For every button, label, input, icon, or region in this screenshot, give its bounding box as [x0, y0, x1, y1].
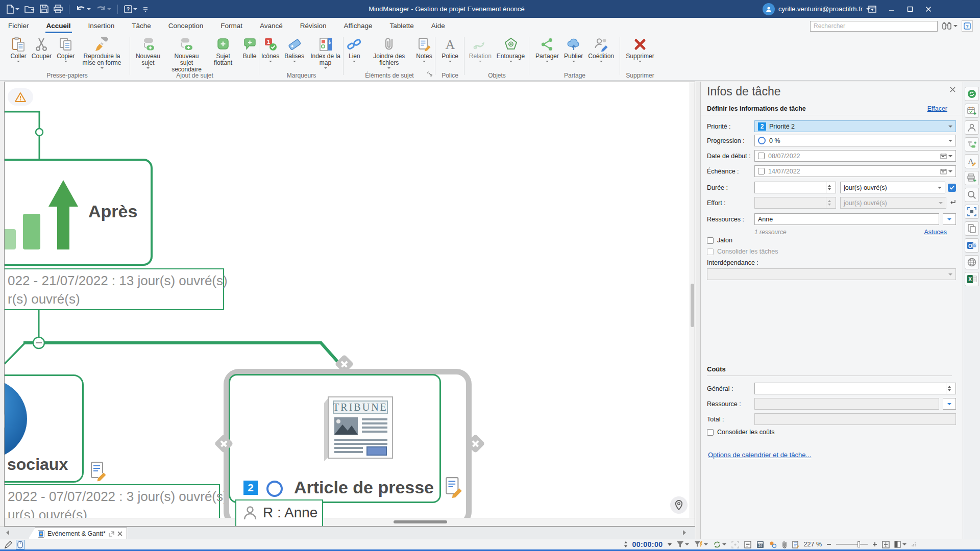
timer-menu-icon[interactable] — [668, 543, 672, 546]
start-date-field[interactable]: 08/07/2022 — [754, 150, 956, 162]
rollup-costs-row[interactable]: Consolider les coûts — [707, 429, 775, 436]
horizontal-scrollbar[interactable] — [5, 518, 695, 526]
pen-mode-icon[interactable] — [4, 541, 13, 549]
location-button[interactable] — [670, 496, 688, 514]
topic-reseaux-sociaux[interactable]: in sociaux — [4, 374, 84, 483]
due-date-field[interactable]: 14/07/2022 — [754, 165, 956, 177]
outlook-icon[interactable]: O — [965, 238, 979, 253]
excel-export-icon[interactable]: X — [965, 272, 979, 286]
calendar-picker-icon[interactable] — [940, 168, 952, 174]
tab-fichier[interactable]: Fichier — [7, 19, 30, 33]
cost-resource-dropdown-button[interactable] — [943, 398, 956, 410]
close-button[interactable] — [925, 6, 932, 12]
zoom-slider-thumb[interactable] — [857, 541, 860, 547]
tab-insertion[interactable]: Insertion — [87, 19, 116, 33]
zoom-slider[interactable] — [836, 544, 868, 545]
dialog-launcher-icon[interactable] — [427, 69, 432, 79]
marker-view-icon[interactable] — [769, 541, 777, 548]
scroll-tabs-left-icon[interactable] — [6, 530, 9, 535]
calendar-picker-icon[interactable] — [940, 153, 952, 159]
ribbon-button-coedition[interactable]: Coédition — [586, 36, 616, 63]
tab-affichage[interactable]: Affichage — [343, 19, 374, 33]
ribbon-button-icones[interactable]: 1Icônes — [259, 36, 281, 63]
mouse-mode-icon[interactable] — [16, 540, 24, 549]
notes-indicator-icon[interactable] — [445, 477, 462, 500]
web-export-icon[interactable] — [965, 255, 979, 269]
filter-icon[interactable] — [676, 541, 689, 548]
warning-badge[interactable] — [8, 88, 33, 106]
date-checkbox[interactable] — [758, 153, 765, 159]
calendar-options-link[interactable]: Options de calendrier et de tâche... — [708, 451, 811, 459]
find-button[interactable] — [942, 21, 958, 31]
ribbon-button-entourage[interactable]: Entourage — [495, 36, 527, 63]
horizontal-scrollbar-thumb[interactable] — [394, 520, 447, 523]
cost-general-input[interactable] — [754, 383, 956, 394]
ribbon-button-joindre-des-fichiers[interactable]: Joindre des fichiers — [365, 36, 413, 69]
document-tab[interactable]: Evénement & Gantt* — [28, 528, 127, 539]
ribbon-button-bulle[interactable]: Bulle — [240, 36, 259, 60]
customize-toolbar-button[interactable] — [141, 5, 150, 14]
tab-format[interactable]: Format — [219, 19, 243, 33]
dependency-select[interactable] — [707, 268, 956, 280]
power-filter-icon[interactable] — [694, 541, 708, 548]
ribbon-button-coller[interactable]: Coller — [8, 36, 28, 63]
ribbon-button-copier[interactable]: Copier — [55, 36, 77, 63]
duration-unit-select[interactable]: jour(s) ouvré(s) — [840, 182, 945, 193]
redo-button[interactable] — [95, 4, 112, 14]
schedule-view-icon[interactable]: 24 — [756, 541, 764, 548]
resize-grip-icon[interactable] — [911, 542, 916, 547]
account-menu[interactable]: cyrille.venturini@proactifrh.fr — [763, 0, 870, 18]
ribbon-button-partager[interactable]: Partager — [533, 36, 561, 63]
help-button[interactable]: ? — [123, 4, 138, 14]
clear-link[interactable]: Effacer — [927, 105, 947, 112]
calendar-add-icon[interactable] — [965, 104, 979, 118]
tab-tache[interactable]: Tâche — [131, 19, 152, 33]
refresh-icon[interactable] — [713, 541, 726, 548]
ribbon-button-index-de-la-map[interactable]: Index de la map — [307, 36, 344, 69]
zoom-out-icon[interactable] — [826, 542, 831, 547]
timer-spinner-icon[interactable] — [624, 541, 628, 548]
save-button[interactable] — [39, 4, 50, 14]
resource-callout[interactable]: R : Anne — [235, 499, 323, 527]
vertical-scrollbar[interactable] — [690, 82, 695, 519]
topic-article-de-presse[interactable]: TRIBUNE 2 Article de presse — [229, 374, 441, 503]
ribbon-button-police[interactable]: APolice — [439, 36, 460, 63]
attachments-view-icon[interactable] — [782, 541, 787, 548]
search-icon[interactable] — [965, 188, 979, 202]
tab-accueil[interactable]: Accueil — [45, 19, 72, 33]
ribbon-button-nouveau-sujet[interactable]: Nouveau sujet — [130, 36, 166, 69]
topic-apres[interactable]: Après — [4, 159, 153, 266]
search-input[interactable] — [810, 21, 938, 32]
ribbon-button-publier[interactable]: Publier — [562, 36, 585, 63]
print-add-icon[interactable] — [965, 171, 979, 185]
open-file-button[interactable] — [23, 4, 36, 14]
popout-tab-icon[interactable] — [109, 531, 114, 537]
vertical-scrollbar-thumb[interactable] — [691, 284, 694, 327]
tab-avance[interactable]: Avancé — [259, 19, 284, 33]
panel-splitter[interactable] — [696, 82, 701, 539]
ribbon-button-notes[interactable]: Notes — [414, 36, 434, 63]
ribbon-button-supprimer[interactable]: Supprimer — [624, 36, 656, 63]
window-layout-icon[interactable] — [868, 6, 876, 13]
date-checkbox[interactable] — [758, 168, 765, 174]
ribbon-button-lien[interactable]: Lien — [345, 36, 364, 63]
map-canvas[interactable]: Après 022 - 21/07/2022 : 13 jour(s) ouvr… — [4, 82, 695, 527]
scroll-tabs-right-icon[interactable] — [683, 530, 686, 535]
tab-conception[interactable]: Conception — [167, 19, 204, 33]
ribbon-button-nouveau-sujet-secondaire[interactable]: Nouveau sujet secondaire — [167, 36, 206, 73]
priority-2-icon[interactable]: 2 — [243, 481, 258, 495]
tab-tablette[interactable]: Tablette — [389, 19, 415, 33]
undo-button[interactable] — [75, 4, 92, 14]
ribbon-button-sujet-flottant[interactable]: Sujet flottant — [207, 36, 239, 67]
outline-view-icon[interactable] — [744, 541, 751, 548]
ribbon-button-balises[interactable]: Balises — [282, 36, 306, 63]
zoom-in-icon[interactable] — [872, 542, 877, 547]
print-button[interactable] — [53, 4, 64, 14]
duration-input[interactable] — [754, 182, 836, 193]
notes-view-icon[interactable] — [792, 541, 799, 548]
tab-aide[interactable]: Aide — [430, 19, 446, 33]
spinner-icon[interactable] — [946, 383, 952, 394]
panel-close-icon[interactable] — [950, 87, 955, 94]
minimize-button[interactable] — [889, 6, 895, 12]
apres-dates-callout[interactable]: 022 - 21/07/2022 : 13 jour(s) ouvré(s) r… — [4, 268, 224, 310]
